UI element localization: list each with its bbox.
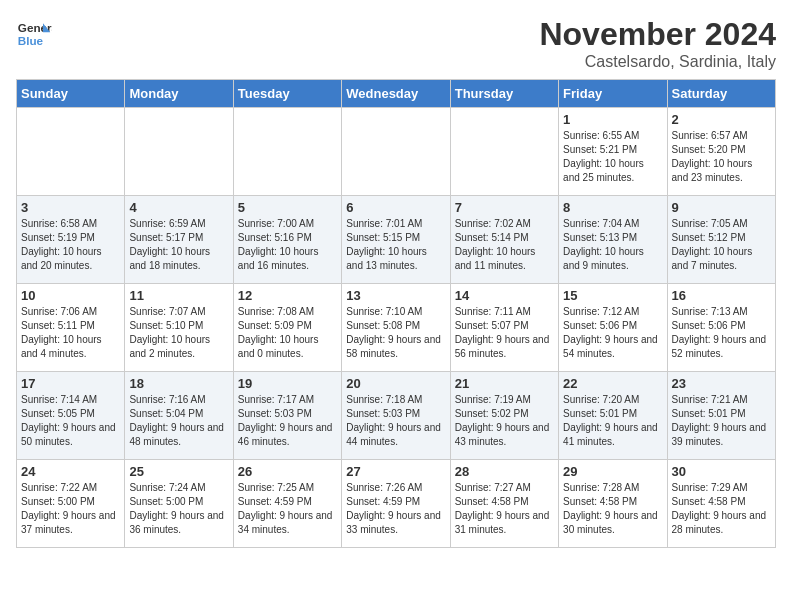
weekday-header-monday: Monday bbox=[125, 80, 233, 108]
logo-icon: General Blue bbox=[16, 16, 52, 52]
day-cell: 10Sunrise: 7:06 AM Sunset: 5:11 PM Dayli… bbox=[17, 284, 125, 372]
day-info: Sunrise: 7:20 AM Sunset: 5:01 PM Dayligh… bbox=[563, 393, 662, 449]
day-info: Sunrise: 7:17 AM Sunset: 5:03 PM Dayligh… bbox=[238, 393, 337, 449]
day-number: 11 bbox=[129, 288, 228, 303]
day-cell: 11Sunrise: 7:07 AM Sunset: 5:10 PM Dayli… bbox=[125, 284, 233, 372]
week-row-4: 24Sunrise: 7:22 AM Sunset: 5:00 PM Dayli… bbox=[17, 460, 776, 548]
day-info: Sunrise: 7:27 AM Sunset: 4:58 PM Dayligh… bbox=[455, 481, 554, 537]
day-number: 3 bbox=[21, 200, 120, 215]
day-cell: 17Sunrise: 7:14 AM Sunset: 5:05 PM Dayli… bbox=[17, 372, 125, 460]
day-cell: 12Sunrise: 7:08 AM Sunset: 5:09 PM Dayli… bbox=[233, 284, 341, 372]
weekday-header-sunday: Sunday bbox=[17, 80, 125, 108]
day-number: 19 bbox=[238, 376, 337, 391]
day-cell: 29Sunrise: 7:28 AM Sunset: 4:58 PM Dayli… bbox=[559, 460, 667, 548]
day-info: Sunrise: 7:02 AM Sunset: 5:14 PM Dayligh… bbox=[455, 217, 554, 273]
day-cell: 6Sunrise: 7:01 AM Sunset: 5:15 PM Daylig… bbox=[342, 196, 450, 284]
day-cell bbox=[450, 108, 558, 196]
day-number: 27 bbox=[346, 464, 445, 479]
day-number: 28 bbox=[455, 464, 554, 479]
day-info: Sunrise: 7:24 AM Sunset: 5:00 PM Dayligh… bbox=[129, 481, 228, 537]
day-cell: 26Sunrise: 7:25 AM Sunset: 4:59 PM Dayli… bbox=[233, 460, 341, 548]
day-number: 29 bbox=[563, 464, 662, 479]
day-cell bbox=[342, 108, 450, 196]
day-number: 17 bbox=[21, 376, 120, 391]
day-number: 8 bbox=[563, 200, 662, 215]
day-cell: 8Sunrise: 7:04 AM Sunset: 5:13 PM Daylig… bbox=[559, 196, 667, 284]
day-cell: 24Sunrise: 7:22 AM Sunset: 5:00 PM Dayli… bbox=[17, 460, 125, 548]
weekday-header-tuesday: Tuesday bbox=[233, 80, 341, 108]
day-cell: 19Sunrise: 7:17 AM Sunset: 5:03 PM Dayli… bbox=[233, 372, 341, 460]
day-cell: 22Sunrise: 7:20 AM Sunset: 5:01 PM Dayli… bbox=[559, 372, 667, 460]
day-cell: 13Sunrise: 7:10 AM Sunset: 5:08 PM Dayli… bbox=[342, 284, 450, 372]
day-cell: 27Sunrise: 7:26 AM Sunset: 4:59 PM Dayli… bbox=[342, 460, 450, 548]
day-cell bbox=[17, 108, 125, 196]
day-info: Sunrise: 6:57 AM Sunset: 5:20 PM Dayligh… bbox=[672, 129, 771, 185]
weekday-header-friday: Friday bbox=[559, 80, 667, 108]
week-row-2: 10Sunrise: 7:06 AM Sunset: 5:11 PM Dayli… bbox=[17, 284, 776, 372]
day-info: Sunrise: 7:21 AM Sunset: 5:01 PM Dayligh… bbox=[672, 393, 771, 449]
day-number: 16 bbox=[672, 288, 771, 303]
day-cell: 25Sunrise: 7:24 AM Sunset: 5:00 PM Dayli… bbox=[125, 460, 233, 548]
day-info: Sunrise: 6:58 AM Sunset: 5:19 PM Dayligh… bbox=[21, 217, 120, 273]
day-cell: 21Sunrise: 7:19 AM Sunset: 5:02 PM Dayli… bbox=[450, 372, 558, 460]
day-number: 22 bbox=[563, 376, 662, 391]
day-number: 4 bbox=[129, 200, 228, 215]
day-info: Sunrise: 7:12 AM Sunset: 5:06 PM Dayligh… bbox=[563, 305, 662, 361]
month-title: November 2024 bbox=[539, 16, 776, 53]
header: General Blue November 2024 Castelsardo, … bbox=[16, 16, 776, 71]
day-number: 14 bbox=[455, 288, 554, 303]
day-info: Sunrise: 7:11 AM Sunset: 5:07 PM Dayligh… bbox=[455, 305, 554, 361]
day-info: Sunrise: 7:22 AM Sunset: 5:00 PM Dayligh… bbox=[21, 481, 120, 537]
day-info: Sunrise: 6:59 AM Sunset: 5:17 PM Dayligh… bbox=[129, 217, 228, 273]
day-cell: 5Sunrise: 7:00 AM Sunset: 5:16 PM Daylig… bbox=[233, 196, 341, 284]
weekday-header-saturday: Saturday bbox=[667, 80, 775, 108]
day-number: 13 bbox=[346, 288, 445, 303]
week-row-3: 17Sunrise: 7:14 AM Sunset: 5:05 PM Dayli… bbox=[17, 372, 776, 460]
day-info: Sunrise: 7:05 AM Sunset: 5:12 PM Dayligh… bbox=[672, 217, 771, 273]
day-cell: 23Sunrise: 7:21 AM Sunset: 5:01 PM Dayli… bbox=[667, 372, 775, 460]
weekday-header-thursday: Thursday bbox=[450, 80, 558, 108]
logo: General Blue bbox=[16, 16, 52, 52]
day-info: Sunrise: 7:18 AM Sunset: 5:03 PM Dayligh… bbox=[346, 393, 445, 449]
day-info: Sunrise: 7:19 AM Sunset: 5:02 PM Dayligh… bbox=[455, 393, 554, 449]
day-number: 10 bbox=[21, 288, 120, 303]
weekday-header-row: SundayMondayTuesdayWednesdayThursdayFrid… bbox=[17, 80, 776, 108]
day-info: Sunrise: 7:26 AM Sunset: 4:59 PM Dayligh… bbox=[346, 481, 445, 537]
calendar-table: SundayMondayTuesdayWednesdayThursdayFrid… bbox=[16, 79, 776, 548]
day-info: Sunrise: 7:13 AM Sunset: 5:06 PM Dayligh… bbox=[672, 305, 771, 361]
day-number: 2 bbox=[672, 112, 771, 127]
day-cell: 14Sunrise: 7:11 AM Sunset: 5:07 PM Dayli… bbox=[450, 284, 558, 372]
day-number: 15 bbox=[563, 288, 662, 303]
day-info: Sunrise: 7:00 AM Sunset: 5:16 PM Dayligh… bbox=[238, 217, 337, 273]
day-info: Sunrise: 7:08 AM Sunset: 5:09 PM Dayligh… bbox=[238, 305, 337, 361]
day-number: 1 bbox=[563, 112, 662, 127]
day-info: Sunrise: 7:28 AM Sunset: 4:58 PM Dayligh… bbox=[563, 481, 662, 537]
day-number: 23 bbox=[672, 376, 771, 391]
day-cell: 3Sunrise: 6:58 AM Sunset: 5:19 PM Daylig… bbox=[17, 196, 125, 284]
day-info: Sunrise: 7:06 AM Sunset: 5:11 PM Dayligh… bbox=[21, 305, 120, 361]
day-info: Sunrise: 7:07 AM Sunset: 5:10 PM Dayligh… bbox=[129, 305, 228, 361]
day-info: Sunrise: 7:14 AM Sunset: 5:05 PM Dayligh… bbox=[21, 393, 120, 449]
day-number: 6 bbox=[346, 200, 445, 215]
week-row-0: 1Sunrise: 6:55 AM Sunset: 5:21 PM Daylig… bbox=[17, 108, 776, 196]
day-cell: 18Sunrise: 7:16 AM Sunset: 5:04 PM Dayli… bbox=[125, 372, 233, 460]
title-block: November 2024 Castelsardo, Sardinia, Ita… bbox=[539, 16, 776, 71]
day-info: Sunrise: 7:01 AM Sunset: 5:15 PM Dayligh… bbox=[346, 217, 445, 273]
day-info: Sunrise: 7:25 AM Sunset: 4:59 PM Dayligh… bbox=[238, 481, 337, 537]
day-cell: 28Sunrise: 7:27 AM Sunset: 4:58 PM Dayli… bbox=[450, 460, 558, 548]
svg-text:General: General bbox=[18, 21, 52, 34]
day-cell: 7Sunrise: 7:02 AM Sunset: 5:14 PM Daylig… bbox=[450, 196, 558, 284]
week-row-1: 3Sunrise: 6:58 AM Sunset: 5:19 PM Daylig… bbox=[17, 196, 776, 284]
day-number: 30 bbox=[672, 464, 771, 479]
day-number: 7 bbox=[455, 200, 554, 215]
weekday-header-wednesday: Wednesday bbox=[342, 80, 450, 108]
day-cell: 2Sunrise: 6:57 AM Sunset: 5:20 PM Daylig… bbox=[667, 108, 775, 196]
day-cell: 9Sunrise: 7:05 AM Sunset: 5:12 PM Daylig… bbox=[667, 196, 775, 284]
location-title: Castelsardo, Sardinia, Italy bbox=[539, 53, 776, 71]
day-info: Sunrise: 7:16 AM Sunset: 5:04 PM Dayligh… bbox=[129, 393, 228, 449]
day-cell: 20Sunrise: 7:18 AM Sunset: 5:03 PM Dayli… bbox=[342, 372, 450, 460]
day-number: 20 bbox=[346, 376, 445, 391]
day-number: 21 bbox=[455, 376, 554, 391]
day-number: 26 bbox=[238, 464, 337, 479]
day-info: Sunrise: 7:10 AM Sunset: 5:08 PM Dayligh… bbox=[346, 305, 445, 361]
